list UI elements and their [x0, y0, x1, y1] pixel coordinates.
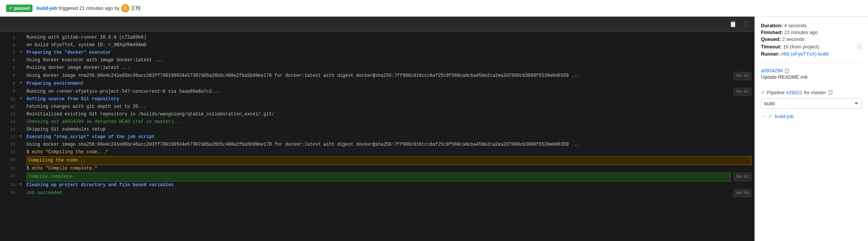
- top-bar: passed build-job triggered 21 minutes ag…: [0, 0, 868, 17]
- line-number: 18: [3, 141, 15, 148]
- line-number: 6: [3, 72, 15, 79]
- line-number: 24: [3, 182, 15, 189]
- duration-value: 4 seconds: [784, 23, 806, 28]
- line-text: Compiling the code...: [26, 156, 751, 165]
- line-number: 11: [3, 96, 15, 103]
- line-number: 14: [3, 118, 15, 126]
- copy-pipeline-icon[interactable]: 📋: [828, 90, 833, 95]
- line-text: on build xFyeTYxX, system ID: r_9BXqVKW4…: [26, 42, 751, 49]
- line-time-badge: 00:03: [734, 72, 751, 80]
- log-content[interactable]: 1Running with gitlab-runner 16.8.0 (c72a…: [0, 32, 754, 241]
- log-line: 26Job succeeded00:00: [0, 189, 754, 197]
- main-content: 📋 ⋮ 1Running with gitlab-runner 16.8.0 (…: [0, 17, 868, 241]
- timeout-value: 1h (from project): [783, 44, 819, 50]
- build-job-link[interactable]: build-job: [775, 114, 793, 119]
- line-text: Executing "step_script" stage of the job…: [26, 134, 751, 141]
- timeout-info-icon[interactable]: ⓘ: [857, 43, 862, 50]
- log-line: 6Using docker image sha256:88e4c241e05bc…: [0, 72, 754, 80]
- log-line: 9Running on runner-xfyetyxx-project-547-…: [0, 88, 754, 96]
- line-number: 5: [3, 64, 15, 72]
- log-line: 13Reinitialized existing Git repository …: [0, 111, 754, 118]
- line-text: $ echo "Compiling the code...": [26, 149, 751, 156]
- divider-2: [761, 84, 862, 85]
- log-line: 24▼Cleaning up project directory and fil…: [0, 182, 754, 189]
- pipeline-id-link[interactable]: #28021: [786, 90, 802, 95]
- arrow-icon: →: [761, 113, 766, 119]
- trigger-info: build-job triggered 21 minutes ago by 王 …: [36, 4, 140, 12]
- timeout-label: Timeout: 1h (from project) ⓘ: [761, 43, 862, 50]
- job-name-link[interactable]: build-job: [36, 5, 57, 11]
- pipeline-ref-text: for master: [804, 90, 826, 95]
- line-toggle[interactable]: ▼: [20, 182, 25, 188]
- user-name: 王翔: [131, 5, 140, 11]
- copy-log-button[interactable]: 📋: [728, 19, 738, 29]
- pipeline-section: ✓ Pipeline #28021 for master 📋: [761, 89, 862, 95]
- line-time-badge: 00:00: [734, 189, 751, 197]
- line-text: Skipping Git submodules setup: [26, 126, 751, 133]
- line-text: Using docker image sha256:88e4c241e05bc4…: [26, 141, 751, 148]
- line-number: 21: [3, 165, 15, 172]
- line-text: Job succeeded: [26, 190, 731, 197]
- line-time-badge: 00:01: [734, 88, 751, 96]
- line-number: 1: [3, 34, 15, 41]
- copy-commit-icon[interactable]: 📋: [784, 68, 790, 73]
- build-job-section: → ✓ build-job: [761, 113, 862, 119]
- runner-label: Runner: #60 (xFyeTYxX) build: [761, 51, 862, 57]
- line-number: 2: [3, 42, 15, 49]
- log-line: 8▼Preparing environment: [0, 80, 754, 88]
- line-text: Getting source from Git repository: [26, 96, 751, 103]
- line-number: 15: [3, 126, 15, 133]
- runner-link[interactable]: #60 (xFyeTYxX) build: [781, 51, 828, 57]
- sidebar: Duration: 4 seconds Finished: 21 minutes…: [754, 17, 868, 241]
- line-number: 19: [3, 149, 15, 156]
- line-number: 12: [3, 103, 15, 110]
- line-text: Preparing environment: [26, 80, 751, 87]
- log-area: 📋 ⋮ 1Running with gitlab-runner 16.8.0 (…: [0, 17, 754, 241]
- line-toggle[interactable]: ▼: [20, 96, 25, 102]
- line-number: 4: [3, 57, 15, 64]
- log-line: 15Skipping Git submodules setup: [0, 126, 754, 134]
- log-line: 3▼Preparing the "docker" executor: [0, 49, 754, 57]
- line-text: Reinitialized existing Git repository in…: [26, 111, 751, 118]
- log-line: 21$ echo "Compile complete.": [0, 165, 754, 173]
- log-line: 2 on build xFyeTYxX, system ID: r_9BXqVK…: [0, 42, 754, 49]
- queued-value: 2 seconds: [782, 36, 804, 42]
- log-line: 22Compile complete.00:01: [0, 173, 754, 181]
- log-line: 11▼Getting source from Git repository: [0, 96, 754, 103]
- more-options-button[interactable]: ⋮: [741, 19, 750, 29]
- queued-label: Queued: 2 seconds: [761, 36, 862, 42]
- finished-value: 21 minutes ago: [784, 30, 818, 35]
- status-badge: passed: [6, 5, 33, 12]
- line-text: Cleaning up project directory and file b…: [26, 182, 751, 189]
- pipeline-status-icon: ✓: [761, 89, 765, 95]
- line-toggle[interactable]: ▼: [20, 134, 25, 140]
- log-line: 4Using Docker executor with image docker…: [0, 57, 754, 64]
- log-line: 5Pulling docker image docker:latest ...: [0, 64, 754, 72]
- line-number: 22: [3, 173, 15, 180]
- line-text: Using docker image sha256:88e4c241e05bc4…: [26, 72, 731, 79]
- line-number: 3: [3, 49, 15, 56]
- log-line: 1Running with gitlab-runner 16.8.0 (c72a…: [0, 34, 754, 42]
- commit-info: a0934294 📋 Update README.md: [761, 68, 807, 80]
- duration-section: Duration: 4 seconds Finished: 21 minutes…: [761, 23, 862, 57]
- line-number: 8: [3, 80, 15, 87]
- line-toggle[interactable]: ▼: [20, 49, 25, 55]
- divider-1: [761, 63, 862, 63]
- log-line: 12Fetching changes with git depth set to…: [0, 103, 754, 111]
- line-number: 20: [3, 156, 15, 163]
- log-line: 17▼Executing "step_script" stage of the …: [0, 134, 754, 141]
- line-text: Compile complete.: [26, 173, 731, 181]
- line-toggle[interactable]: ▼: [20, 80, 25, 86]
- line-text: Fetching changes with git depth set to 2…: [26, 103, 751, 110]
- build-job-item: → ✓ build-job: [761, 113, 862, 119]
- log-line: 19$ echo "Compiling the code...": [0, 149, 754, 156]
- line-text: Using Docker executor with image docker:…: [26, 57, 751, 64]
- line-number: 9: [3, 88, 15, 95]
- line-text: Pulling docker image docker:latest ...: [26, 64, 751, 72]
- commit-hash-link[interactable]: a0934294: [761, 68, 783, 73]
- line-number: 17: [3, 134, 15, 141]
- log-toolbar: 📋 ⋮: [0, 17, 754, 32]
- branch-select[interactable]: build: [761, 98, 862, 109]
- line-text: Preparing the "docker" executor: [26, 49, 751, 56]
- line-text: Checking out a0934294 as detached HEAD (…: [26, 118, 751, 126]
